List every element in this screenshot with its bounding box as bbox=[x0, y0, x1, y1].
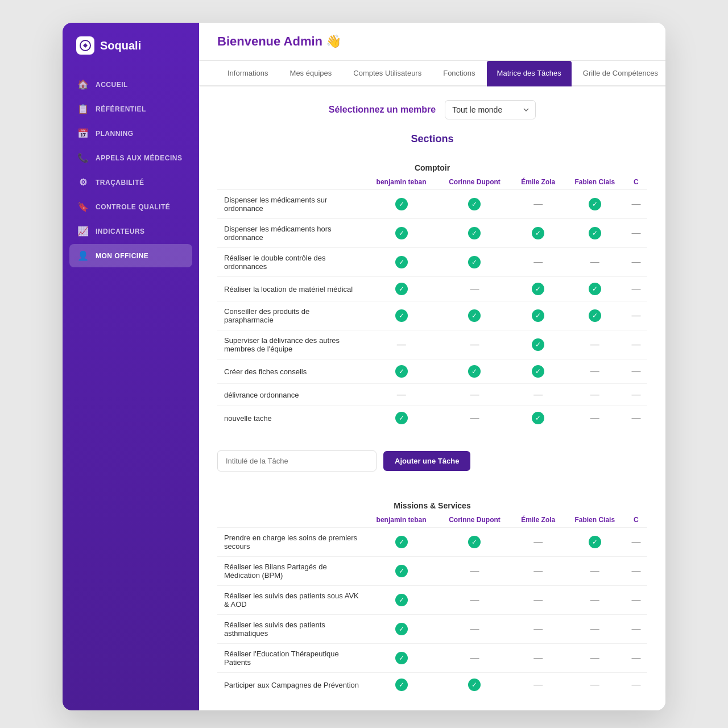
cell-value: — bbox=[437, 557, 511, 586]
dash-icon: — bbox=[631, 566, 640, 576]
check-icon: ✓ bbox=[532, 365, 544, 378]
sidebar-item-mon-officine[interactable]: 👤MON OFFICINE bbox=[69, 244, 192, 267]
dash-icon: — bbox=[631, 257, 640, 267]
cell-value: ✓ bbox=[565, 528, 625, 557]
check-icon: ✓ bbox=[468, 256, 481, 268]
cell-value: — bbox=[565, 644, 625, 673]
table-row: Réaliser la location de matériel médical… bbox=[217, 277, 647, 301]
dash-icon: — bbox=[470, 284, 479, 293]
logo-text: Soquali bbox=[100, 39, 141, 52]
add-task-button[interactable]: Ajouter une Tâche bbox=[383, 451, 470, 471]
column-header: benjamin teban bbox=[365, 175, 437, 190]
table-row: Dispenser les médicaments sur ordonnance… bbox=[217, 190, 647, 219]
cell-value: ✓ bbox=[365, 615, 437, 644]
comptoir-table: Comptoirbenjamin tebanCorinne DupontÉmil… bbox=[217, 154, 647, 430]
tab-matrice-des-tâches[interactable]: Matrice des Tâches bbox=[487, 61, 572, 86]
cell-value: — bbox=[437, 406, 511, 431]
dash-icon: — bbox=[397, 340, 406, 349]
cell-value: ✓ bbox=[365, 528, 437, 557]
sidebar-item-controle-qualité[interactable]: 🔖CONTROLE QUALITÉ bbox=[69, 195, 192, 218]
cell-value: — bbox=[565, 557, 625, 586]
dash-icon: — bbox=[590, 653, 599, 663]
dash-icon: — bbox=[470, 653, 479, 663]
check-icon: ✓ bbox=[532, 412, 544, 424]
cell-value: ✓ bbox=[565, 277, 625, 301]
cell-value: ✓ bbox=[512, 219, 565, 248]
cell-value: — bbox=[625, 586, 647, 615]
tab-mes-équipes[interactable]: Mes équipes bbox=[280, 61, 342, 86]
cell-value: — bbox=[625, 615, 647, 644]
check-icon: ✓ bbox=[395, 412, 408, 424]
page-title: Bienvenue Admin 👋 bbox=[217, 34, 647, 49]
sidebar-item-indicateurs[interactable]: 📈INDICATEURS bbox=[69, 220, 192, 243]
table-row: Réaliser le double contrôle des ordonnan… bbox=[217, 248, 647, 277]
sidebar-item-traçabilité[interactable]: ⚙TRAÇABILITÉ bbox=[69, 171, 192, 194]
check-icon: ✓ bbox=[395, 256, 408, 268]
dash-icon: — bbox=[470, 390, 479, 399]
check-icon: ✓ bbox=[395, 565, 408, 577]
cell-value: — bbox=[625, 248, 647, 277]
tab-comptes-utilisateurs[interactable]: Comptes Utilisateurs bbox=[343, 61, 432, 86]
row-label: délivrance ordonnance bbox=[217, 384, 365, 406]
check-icon: ✓ bbox=[395, 623, 408, 635]
check-icon: ✓ bbox=[589, 227, 601, 239]
column-header: C bbox=[625, 175, 647, 190]
table-row: Conseiller des produits de parapharmacie… bbox=[217, 301, 647, 330]
dash-icon: — bbox=[590, 390, 599, 399]
member-select[interactable]: Tout le mondebenjamin tebanCorinne Dupon… bbox=[445, 100, 536, 119]
cell-value: ✓ bbox=[365, 644, 437, 673]
row-label: Réaliser les suivis des patients sous AV… bbox=[217, 586, 365, 615]
row-label: Dispenser les médicaments hors ordonnanc… bbox=[217, 219, 365, 248]
sidebar-item-label: APPELS AUX MÉDECINS bbox=[96, 154, 182, 162]
cell-value: ✓ bbox=[437, 219, 511, 248]
cell-value: — bbox=[437, 615, 511, 644]
group-header-row: Comptoir bbox=[217, 154, 647, 175]
cell-value: — bbox=[437, 586, 511, 615]
table-row: Créer des fiches conseils✓✓✓—— bbox=[217, 359, 647, 384]
cell-value: ✓ bbox=[512, 301, 565, 330]
check-icon: ✓ bbox=[589, 283, 601, 295]
task-input[interactable] bbox=[217, 450, 377, 471]
cell-value: ✓ bbox=[565, 190, 625, 219]
content-area: Sélectionnez un membre Tout le mondebenj… bbox=[199, 86, 665, 710]
tab-fonctions[interactable]: Fonctions bbox=[433, 61, 485, 86]
dash-icon: — bbox=[470, 566, 479, 576]
sidebar-item-accueil[interactable]: 🏠ACCUEIL bbox=[69, 73, 192, 96]
cell-value: — bbox=[512, 190, 565, 219]
sidebar-item-planning[interactable]: 📅PLANNING bbox=[69, 122, 192, 145]
cell-value: ✓ bbox=[365, 673, 437, 697]
cell-value: — bbox=[565, 384, 625, 406]
cell-value: — bbox=[437, 644, 511, 673]
check-icon: ✓ bbox=[532, 338, 544, 351]
check-icon: ✓ bbox=[395, 309, 408, 322]
check-icon: ✓ bbox=[395, 679, 408, 691]
check-icon: ✓ bbox=[395, 536, 408, 548]
table-row: Superviser la délivrance des autres memb… bbox=[217, 330, 647, 359]
cell-value: — bbox=[565, 673, 625, 697]
dash-icon: — bbox=[631, 680, 640, 689]
check-icon: ✓ bbox=[395, 198, 408, 210]
cell-value: — bbox=[512, 528, 565, 557]
dash-icon: — bbox=[631, 284, 640, 293]
sections-title: Sections bbox=[217, 133, 647, 145]
cell-value: — bbox=[625, 528, 647, 557]
sidebar-item-référentiel[interactable]: 📋RÉFÉRENTIEL bbox=[69, 97, 192, 121]
cell-value: — bbox=[365, 384, 437, 406]
tabs-bar: InformationsMes équipesComptes Utilisate… bbox=[199, 61, 665, 86]
row-label: Conseiller des produits de parapharmacie bbox=[217, 301, 365, 330]
cell-value: — bbox=[437, 330, 511, 359]
sidebar-item-appels-aux-médecins[interactable]: 📞APPELS AUX MÉDECINS bbox=[69, 146, 192, 169]
cell-value: ✓ bbox=[512, 277, 565, 301]
row-label: Dispenser les médicaments sur ordonnance bbox=[217, 190, 365, 219]
dash-icon: — bbox=[533, 595, 543, 605]
tab-informations[interactable]: Informations bbox=[217, 61, 279, 86]
row-label: Réaliser le double contrôle des ordonnan… bbox=[217, 248, 365, 277]
app-window: Soquali 🏠ACCUEIL📋RÉFÉRENTIEL📅PLANNING📞AP… bbox=[63, 23, 665, 710]
sidebar-nav: 🏠ACCUEIL📋RÉFÉRENTIEL📅PLANNING📞APPELS AUX… bbox=[63, 73, 199, 267]
tab-grille-de-compétences[interactable]: Grille de Compétences bbox=[573, 61, 665, 86]
cell-value: — bbox=[512, 644, 565, 673]
dash-icon: — bbox=[631, 413, 640, 423]
dash-icon: — bbox=[533, 390, 543, 399]
page-header: Bienvenue Admin 👋 bbox=[199, 23, 665, 61]
nav-icon: 🏠 bbox=[77, 79, 89, 90]
